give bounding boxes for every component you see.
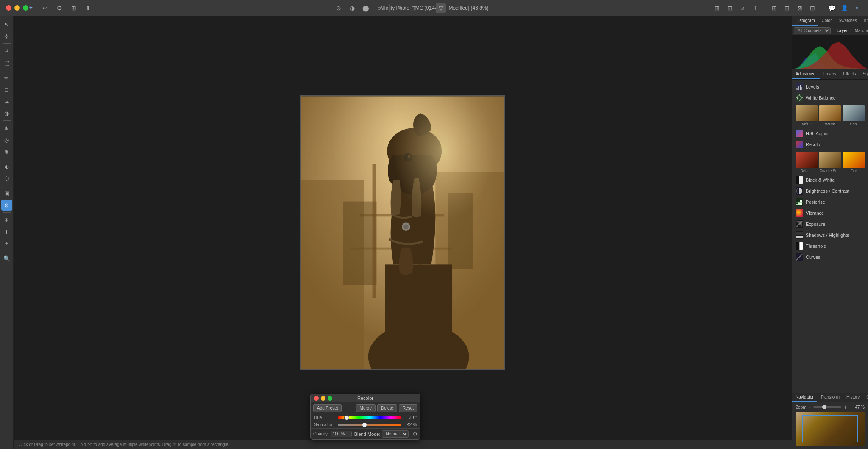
levels-label: Levels [806, 84, 819, 89]
adj-item-bc[interactable]: Brightness / Contrast [792, 186, 868, 197]
recolor-preset-coarse[interactable]: Coarse Se... [819, 152, 841, 173]
minimize-button[interactable] [14, 5, 20, 11]
tab-histogram[interactable]: Histogram [792, 16, 818, 26]
adj-item-bw[interactable]: Black & White [792, 175, 868, 186]
tool-zoom[interactable]: 🔍 [1, 253, 12, 264]
tab-brushes[interactable]: Brushes [860, 16, 868, 26]
canvas-area[interactable]: Click or Drag to set whitepoint. Hold ⌥ … [14, 16, 792, 449]
tab-navigator[interactable]: Navigator [792, 393, 817, 402]
tool-crop[interactable]: ⌗ [1, 45, 12, 56]
channel-select[interactable]: All Channels Red Green Blue [794, 27, 831, 34]
hue-thumb[interactable] [344, 415, 349, 420]
overlay-button[interactable]: ⊙ [334, 3, 344, 13]
adj-item-hsl[interactable]: HSL Adjust [792, 128, 868, 139]
adj-item-levels[interactable]: Levels [792, 81, 868, 92]
select-tool[interactable]: ⬚ [422, 3, 432, 13]
active-tool[interactable]: ▽ [436, 3, 446, 13]
preset-thumb-warm[interactable]: Warm [819, 105, 841, 126]
recolor-preset-default[interactable]: Default [796, 152, 818, 173]
color-button[interactable]: ⬤ [361, 3, 371, 13]
chat-icon[interactable]: 💬 [826, 3, 837, 13]
histogram-marquee-tab[interactable]: Marquee [852, 27, 868, 34]
tool-paint[interactable]: ✏ [1, 72, 12, 83]
tool-selection[interactable]: ⬚ [1, 57, 12, 68]
close-button[interactable] [6, 5, 11, 11]
recolor-preset-fire[interactable]: Fire [843, 152, 865, 173]
tool-eyedropper[interactable]: ⊘ [1, 200, 12, 211]
settings-icon[interactable]: ⚙ [413, 431, 417, 437]
tab-layers[interactable]: Layers [820, 69, 840, 79]
blend-mode-select[interactable]: Normal [382, 430, 409, 438]
tab-effects[interactable]: Effects [840, 69, 859, 79]
preset-thumb-default[interactable]: Default [796, 105, 818, 126]
view2[interactable]: ⊟ [782, 3, 792, 13]
saturation-slider[interactable] [338, 424, 401, 426]
zoom-thumb[interactable] [822, 405, 826, 409]
tab-color[interactable]: Color [818, 16, 835, 26]
saturation-thumb[interactable] [362, 422, 367, 427]
tool-transform[interactable]: ⊹ [1, 30, 12, 42]
view4[interactable]: ⊡ [807, 3, 818, 13]
share-button[interactable]: ⬆ [83, 3, 93, 13]
adj-item-curves[interactable]: Curves [792, 252, 868, 263]
tool-smear[interactable]: ☁ [1, 96, 12, 107]
tab-styles[interactable]: Styles [859, 69, 868, 79]
tool-move[interactable]: ↖ [1, 19, 12, 30]
tool-shapes[interactable]: ⌖ [1, 238, 12, 249]
macro-tool[interactable]: ⊡ [725, 3, 735, 13]
delete-button[interactable]: Delete [377, 404, 397, 412]
tool-flood[interactable]: ⬡ [1, 173, 12, 184]
affinity-logo[interactable]: ✦ [25, 3, 36, 13]
tool-erase[interactable]: ◻ [1, 84, 12, 95]
adj-item-vibrance[interactable]: Vibrance [792, 208, 868, 219]
tool-redeye[interactable]: ◎ [1, 134, 12, 145]
tool-dodge[interactable]: ◑ [1, 108, 12, 119]
add-preset-button[interactable]: Add Preset [313, 404, 342, 412]
tool-blemish[interactable]: ✺ [1, 146, 12, 157]
adj-item-recolor[interactable]: Recolor [792, 139, 868, 150]
panel-max[interactable] [328, 396, 332, 401]
zoom-slider[interactable] [813, 406, 841, 408]
settings-button[interactable]: ⚙ [54, 3, 64, 13]
histogram-layer-tab[interactable]: Layer [834, 27, 851, 34]
transform-tool[interactable]: ◫ [409, 3, 419, 13]
tab-history[interactable]: History [843, 393, 863, 402]
tab-swatches[interactable]: Swatches [835, 16, 860, 26]
adj-item-threshold[interactable]: Threshold [792, 241, 868, 252]
tab-channels[interactable]: Channels [863, 393, 868, 402]
tool-text[interactable]: T [1, 226, 12, 237]
affinity2-icon[interactable]: ✦ [852, 3, 862, 13]
text-tool-right[interactable]: T [750, 3, 760, 13]
view3[interactable]: ⊠ [795, 3, 805, 13]
view1[interactable]: ⊞ [769, 3, 779, 13]
tab-adjustment[interactable]: Adjustment [792, 69, 820, 79]
text-tool[interactable]: T [456, 3, 467, 13]
tab-transform[interactable]: Transform [817, 393, 843, 402]
hue-slider[interactable] [338, 416, 401, 419]
reset-button[interactable]: Reset [399, 404, 417, 412]
adj-item-sh[interactable]: Shadows / Highlights [792, 230, 868, 241]
zoom-minus[interactable]: - [809, 404, 811, 410]
adj-item-wb[interactable]: White Balance [792, 92, 868, 103]
circle-button[interactable]: ○ [374, 3, 384, 13]
crop-tool[interactable]: ⌗ [395, 3, 405, 13]
merge-button[interactable]: Merge [356, 404, 376, 412]
grid-tool[interactable]: ⊞ [712, 3, 722, 13]
tool-sel-brush[interactable]: ⬖ [1, 161, 12, 172]
navigator-preview[interactable] [796, 412, 865, 446]
user-icon[interactable]: 👤 [839, 3, 849, 13]
zoom-plus[interactable]: + [844, 404, 847, 410]
history-button[interactable]: ↩ [40, 3, 50, 13]
tool-measure[interactable]: ⊞ [1, 214, 12, 225]
adj-item-posterise[interactable]: Posterise [792, 197, 868, 208]
opacity-value[interactable]: 100 % [331, 431, 352, 437]
brush-settings[interactable]: ⊿ [737, 3, 748, 13]
panel-close[interactable] [314, 396, 319, 401]
panel-min[interactable] [321, 396, 326, 401]
tonemap-button[interactable]: ◑ [347, 3, 357, 13]
preset-thumb-cool[interactable]: Cool [843, 105, 865, 126]
tool-gradient[interactable]: ▣ [1, 188, 12, 199]
tool-clone[interactable]: ⊕ [1, 122, 12, 133]
snapping-button[interactable]: ⊞ [69, 3, 79, 13]
adj-item-exposure[interactable]: Exposure [792, 219, 868, 230]
